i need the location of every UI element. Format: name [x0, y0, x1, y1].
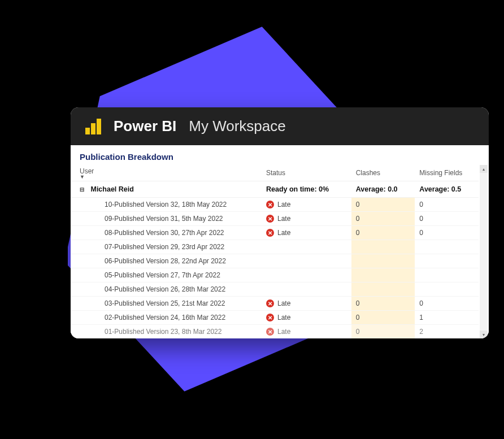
title-bar: Power BI My Workspace — [71, 107, 489, 145]
row-status: Late — [277, 201, 290, 208]
col-header-clashes[interactable]: Clashes — [351, 165, 415, 181]
report-pane: Publication Breakdown User ▼ Status Clas… — [71, 145, 489, 338]
row-name: 05-Published Version 27, 7th Apr 2022 — [71, 268, 262, 282]
table-row[interactable]: 08-Published Version 30, 27th Apr 2022 ✕… — [71, 226, 479, 240]
row-status — [262, 240, 351, 254]
row-status: Late — [277, 328, 290, 336]
row-missing — [415, 254, 479, 268]
row-clashes — [351, 268, 415, 282]
row-status: Late — [277, 215, 290, 223]
publication-table: User ▼ Status Clashes Missing Fields ⊟ M… — [71, 165, 479, 338]
table-row[interactable]: 10-Published Version 32, 18th May 2022 ✕… — [71, 198, 479, 212]
row-name: 10-Published Version 32, 18th May 2022 — [71, 198, 262, 212]
error-icon: ✕ — [266, 314, 274, 321]
error-icon: ✕ — [266, 299, 274, 307]
table-row[interactable]: 01-Published Version 23, 8th Mar 2022 ✕L… — [71, 325, 479, 339]
table-row[interactable]: 04-Published Version 26, 28th Mar 2022 — [71, 282, 479, 297]
row-name: 09-Published Version 31, 5th May 2022 — [71, 212, 262, 226]
col-header-user[interactable]: User ▼ — [71, 165, 262, 181]
powerbi-logo-icon — [85, 119, 101, 134]
col-header-missing[interactable]: Missing Fields — [415, 165, 479, 181]
collapse-icon[interactable]: ⊟ — [80, 186, 85, 193]
table-row[interactable]: 06-Published Version 28, 22nd Apr 2022 — [71, 254, 479, 268]
group-summary-row[interactable]: ⊟ Michael Reid Ready on time: 0% Average… — [71, 181, 479, 198]
row-missing: 2 — [415, 325, 479, 339]
vertical-scrollbar[interactable]: ▴ ▾ — [480, 165, 488, 338]
row-status: Late — [277, 229, 290, 237]
table-row[interactable]: 03-Published Version 25, 21st Mar 2022 ✕… — [71, 297, 479, 311]
row-clashes — [351, 282, 415, 297]
row-clashes: 0 — [351, 226, 415, 240]
row-name: 02-Published Version 24, 16th Mar 2022 — [71, 311, 262, 325]
row-missing: 1 — [415, 311, 479, 325]
powerbi-window: Power BI My Workspace Publication Breakd… — [71, 107, 489, 338]
row-missing: 0 — [415, 198, 479, 212]
row-name: 03-Published Version 25, 21st Mar 2022 — [71, 297, 262, 311]
row-missing: 0 — [415, 226, 479, 240]
row-missing — [415, 268, 479, 282]
group-clashes-summary: Average: 0.0 — [351, 181, 415, 198]
row-missing — [415, 282, 479, 297]
scroll-down-icon[interactable]: ▾ — [480, 331, 488, 338]
row-name: 01-Published Version 23, 8th Mar 2022 — [71, 325, 262, 339]
row-missing: 0 — [415, 297, 479, 311]
group-name: Michael Reid — [90, 185, 133, 193]
error-icon: ✕ — [266, 215, 274, 223]
table-row[interactable]: 02-Published Version 24, 16th Mar 2022 ✕… — [71, 311, 479, 325]
row-name: 08-Published Version 30, 27th Apr 2022 — [71, 226, 262, 240]
table-row[interactable]: 05-Published Version 27, 7th Apr 2022 — [71, 268, 479, 282]
row-clashes: 0 — [351, 311, 415, 325]
col-header-status[interactable]: Status — [262, 165, 351, 181]
row-missing — [415, 240, 479, 254]
error-icon: ✕ — [266, 328, 274, 336]
sort-desc-icon: ▼ — [80, 175, 257, 179]
row-status — [262, 282, 351, 297]
row-status — [262, 268, 351, 282]
group-status-summary: Ready on time: 0% — [262, 181, 351, 198]
table-row[interactable]: 09-Published Version 31, 5th May 2022 ✕L… — [71, 212, 479, 226]
workspace-name: My Workspace — [189, 118, 285, 135]
row-clashes: 0 — [351, 297, 415, 311]
error-icon: ✕ — [266, 201, 274, 208]
row-status: Late — [277, 314, 290, 321]
group-missing-summary: Average: 0.5 — [415, 181, 479, 198]
row-clashes: 0 — [351, 198, 415, 212]
row-status: Late — [277, 299, 290, 307]
row-clashes — [351, 254, 415, 268]
row-name: 04-Published Version 26, 28th Mar 2022 — [71, 282, 262, 297]
row-clashes: 0 — [351, 212, 415, 226]
error-icon: ✕ — [266, 229, 274, 237]
table-wrapper: User ▼ Status Clashes Missing Fields ⊟ M… — [71, 165, 489, 338]
row-clashes: 0 — [351, 325, 415, 339]
row-name: 07-Published Version 29, 23rd Apr 2022 — [71, 240, 262, 254]
row-clashes — [351, 240, 415, 254]
scroll-up-icon[interactable]: ▴ — [480, 165, 488, 173]
row-name: 06-Published Version 28, 22nd Apr 2022 — [71, 254, 262, 268]
report-title: Publication Breakdown — [71, 152, 489, 165]
app-name: Power BI — [114, 118, 176, 135]
table-row[interactable]: 07-Published Version 29, 23rd Apr 2022 — [71, 240, 479, 254]
row-missing: 0 — [415, 212, 479, 226]
row-status — [262, 254, 351, 268]
